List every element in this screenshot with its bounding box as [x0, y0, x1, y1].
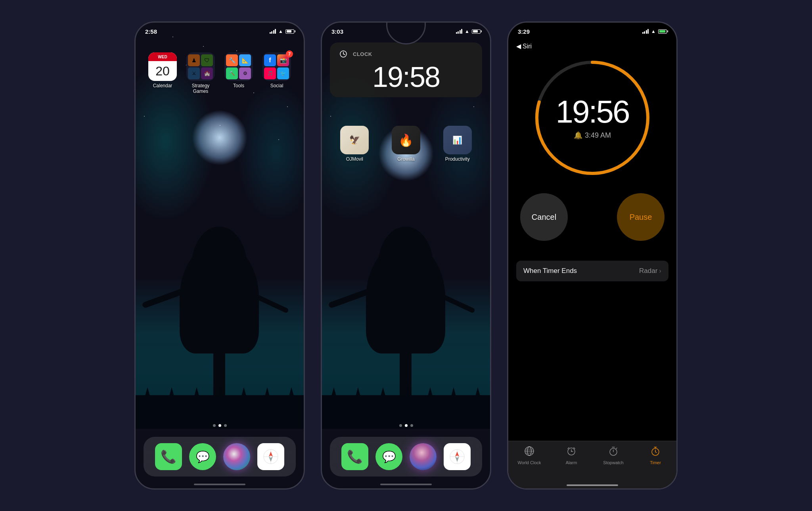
phone1: 2:58 ▲ WED 20 Calendar ♟ [134, 21, 305, 490]
svg-marker-1 [164, 387, 180, 417]
tab-stopwatch-label: Stopwatch [603, 460, 623, 465]
tree-canopy-top [192, 227, 247, 306]
timer-alarm-display: 🔔 3:49 AM [555, 131, 629, 140]
wifi-icon: ▲ [278, 29, 283, 34]
clock-app-icon [338, 48, 349, 60]
timer-inner: 19:56 🔔 3:49 AM [555, 96, 629, 140]
app-tools[interactable]: 🔧 📐 🔨 ⚙ Tools [224, 52, 254, 94]
timer-buttons: Cancel Pause [520, 193, 665, 241]
tab-alarm[interactable]: Alarm [555, 446, 587, 465]
tab-world-clock[interactable]: World Clock [513, 446, 545, 465]
dock-siri[interactable] [223, 443, 250, 470]
tab-timer-label: Timer [650, 460, 661, 465]
phone1-home-indicator [194, 484, 245, 485]
timer-ends-row[interactable]: When Timer Ends Radar › [516, 261, 668, 281]
phone2: 3:03 ▲ CLOCK 19:58 [321, 21, 491, 490]
tab-bar: World Clock Alarm [508, 441, 676, 488]
tab-alarm-label: Alarm [566, 460, 577, 465]
phone2-wifi-icon: ▲ [465, 29, 469, 34]
phone2-time: 3:03 [331, 28, 343, 35]
svg-line-42 [616, 448, 617, 449]
tab-stopwatch[interactable]: Stopwatch [598, 446, 629, 465]
phone2-canopy-2 [378, 227, 433, 306]
battery-icon [285, 29, 294, 34]
app-social[interactable]: 7 f 📸 🎵 🐦 Social [262, 52, 292, 94]
app-tools-label: Tools [233, 83, 244, 88]
timer-ends-value: Radar › [639, 267, 661, 275]
phone2-app-grid: 🦅 OJMovil 🔥 Growilla 📊 Productivity [330, 122, 482, 166]
siri-back-link[interactable]: ◀ Siri [516, 42, 532, 50]
svg-line-38 [574, 448, 575, 449]
app-strategy-label: Strategy Games [186, 83, 216, 94]
app-growilla-label: Growilla [397, 156, 414, 162]
phone3-status-bar: 3:29 ▲ [508, 23, 676, 40]
notif-header: CLOCK [338, 48, 474, 60]
timer-container: 19:56 🔔 3:49 AM [508, 54, 676, 181]
app-ojmovil[interactable]: 🦅 OJMovil [334, 126, 375, 162]
dot-3 [224, 424, 227, 427]
phone2-dot-3 [410, 424, 413, 427]
alarm-icon [566, 446, 576, 459]
phone1-page-dots [136, 424, 304, 427]
phone3-wifi-icon: ▲ [651, 29, 656, 34]
tab-timer[interactable]: Timer [640, 446, 671, 465]
phone2-dot-1 [399, 424, 402, 427]
dock-messages[interactable]: 💬 [189, 443, 216, 470]
phone1-time: 2:58 [145, 28, 157, 35]
app-calendar[interactable]: WED 20 Calendar [147, 52, 178, 94]
phone3-status-icons: ▲ [642, 29, 667, 34]
app-calendar-label: Calendar [153, 83, 172, 88]
app-strategy-games[interactable]: ♟ 🛡 ⚔ 🏰 Strategy Games [186, 52, 216, 94]
phone2-dock: 📞 💬 [330, 437, 482, 476]
app-growilla[interactable]: 🔥 Growilla [385, 126, 427, 162]
timer-ring-wrapper: 19:56 🔔 3:49 AM [529, 54, 656, 181]
clock-notification[interactable]: CLOCK 19:58 [330, 42, 482, 97]
phone2-dock-siri[interactable] [410, 443, 437, 470]
phone1-status-bar: 2:58 ▲ [136, 23, 304, 40]
phone2-signal-icon [456, 29, 463, 34]
phone2-dock-messages[interactable]: 💬 [375, 443, 402, 470]
phone2-dock-phone[interactable]: 📞 [341, 443, 368, 470]
bell-icon: 🔔 [574, 131, 582, 140]
notif-time-display: 19:58 [338, 63, 474, 91]
teal-glow-right [236, 82, 304, 221]
svg-marker-14 [350, 387, 366, 417]
chevron-right-icon: › [659, 267, 661, 275]
calendar-header: WED [148, 52, 177, 61]
cancel-button[interactable]: Cancel [520, 193, 568, 241]
dock-phone[interactable]: 📞 [155, 443, 182, 470]
signal-icon [270, 29, 276, 34]
dot-2 [218, 424, 221, 427]
social-badge: 7 [286, 50, 293, 58]
tab-world-clock-label: World Clock [517, 460, 541, 465]
svg-line-22 [343, 54, 345, 55]
world-clock-icon [524, 446, 534, 459]
back-chevron-icon: ◀ [516, 42, 521, 50]
moon [192, 110, 247, 165]
timer-time-display: 19:56 [555, 96, 629, 128]
phone2-page-dots [322, 424, 490, 427]
svg-marker-16 [400, 387, 414, 415]
app-social-label: Social [270, 83, 283, 88]
app-ojmovil-label: OJMovil [346, 156, 363, 162]
phone2-dock-safari[interactable] [444, 443, 471, 470]
stopwatch-icon [608, 446, 619, 459]
timer-icon [650, 446, 661, 459]
phone3: 3:29 ▲ ◀ Siri 19:56 🔔 3:49 A [507, 21, 678, 490]
svg-marker-18 [446, 387, 461, 416]
svg-marker-5 [260, 387, 275, 416]
dot-1 [213, 424, 216, 427]
svg-line-45 [655, 452, 657, 453]
app-productivity[interactable]: 📊 Productivity [437, 126, 478, 162]
app-productivity-label: Productivity [445, 156, 470, 162]
phone3-home-indicator [567, 484, 618, 486]
back-label: Siri [523, 43, 532, 50]
phone2-status-icons: ▲ [456, 29, 481, 34]
phone3-time: 3:29 [518, 28, 530, 35]
phone3-signal-icon [642, 29, 649, 34]
pause-button[interactable]: Pause [617, 193, 665, 241]
dock-safari[interactable] [257, 443, 284, 470]
notif-app-name: CLOCK [353, 51, 372, 57]
phone2-home-indicator [380, 484, 432, 485]
timer-ends-label: When Timer Ends [523, 267, 577, 275]
